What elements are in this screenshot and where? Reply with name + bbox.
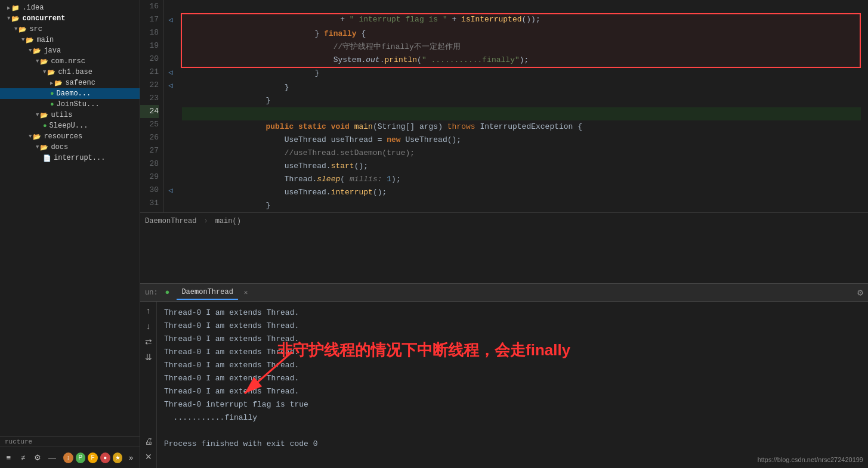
editor-gutter: ◁ ◁ ◁ ◁ xyxy=(164,0,177,212)
sidebar-item-concurrent[interactable]: ▼ 📂 concurrent xyxy=(0,13,140,24)
breadcrumb-main[interactable]: main() xyxy=(215,217,241,225)
file-icon: 📄 xyxy=(43,154,51,162)
folder-icon: 📂 xyxy=(54,79,63,87)
line-22: 22 xyxy=(140,79,159,92)
scroll-up-btn[interactable]: ↑ xyxy=(142,304,155,317)
line-23: 23 xyxy=(140,92,159,105)
line-18: 18 xyxy=(140,26,159,39)
sidebar-item-label: concurrent xyxy=(22,14,65,23)
line-25: 25 xyxy=(140,118,159,131)
run-label: un: xyxy=(145,289,158,297)
sidebar-item-label: .idea xyxy=(22,4,44,12)
sidebar-item-java[interactable]: ▼ 📂 java xyxy=(0,45,140,56)
sidebar-item-joinstudy[interactable]: ● JoinStu... xyxy=(0,99,140,110)
green-btn[interactable]: P xyxy=(76,452,86,463)
arrow-icon: ▼ xyxy=(29,134,32,140)
gear-icon[interactable]: ⚙ xyxy=(857,287,863,299)
run-tab-daemonthread[interactable]: DaemonThread xyxy=(177,286,237,300)
java-file-icon: ● xyxy=(43,122,47,129)
line-19: 19 xyxy=(140,39,159,52)
run-tab-icon: ● xyxy=(165,288,170,297)
gutter-18 xyxy=(164,26,177,39)
file-tree[interactable]: ▶ 📁 .idea ▼ 📂 concurrent ▼ 📂 src ▼ 📂 xyxy=(0,0,140,436)
scroll-down-btn[interactable]: ↓ xyxy=(142,320,155,333)
minus-button[interactable]: — xyxy=(46,451,58,464)
code-line-23 xyxy=(182,94,861,107)
output-line-4: Thread-0 I am extends Thread. xyxy=(164,359,861,372)
code-line-24: public static void main(String[] args) t… xyxy=(182,107,861,120)
line-numbers: 16 17 18 19 20 21 22 23 ▶ 24 25 26 xyxy=(140,0,164,212)
gutter-16 xyxy=(164,0,177,13)
print-btn[interactable]: 🖨 xyxy=(142,435,155,448)
yellow-btn[interactable]: F xyxy=(88,452,98,463)
line-16: 16 xyxy=(140,0,159,13)
java-file-icon: ● xyxy=(50,90,54,97)
line-26: 26 xyxy=(140,131,159,144)
wrap-btn[interactable]: ⇄ xyxy=(142,335,155,348)
sidebar-item-main[interactable]: ▼ 📂 main xyxy=(0,35,140,45)
output-line-5: Thread-0 I am extends Thread. xyxy=(164,372,861,385)
red-btn[interactable]: ● xyxy=(100,452,110,463)
folder-icon: 📂 xyxy=(26,36,34,44)
sidebar-item-label: Daemo... xyxy=(57,89,91,98)
sidebar-item-utils[interactable]: ▼ 📂 utils xyxy=(0,110,140,120)
breadcrumb-daemonthread[interactable]: DaemonThread xyxy=(145,217,196,225)
sidebar-item-resources[interactable]: ▼ 📂 resources xyxy=(0,131,140,142)
gutter-25 xyxy=(164,118,177,131)
more-button[interactable]: » xyxy=(125,451,137,464)
settings-button[interactable]: ⚙ xyxy=(32,451,44,464)
gutter-22: ◁ xyxy=(164,79,177,92)
sidebar-item-label: ch1.base xyxy=(58,68,92,76)
star-btn[interactable]: ★ xyxy=(113,452,123,463)
sidebar-item-label: src xyxy=(29,25,42,33)
gutter-20 xyxy=(164,52,177,66)
sidebar-item-sleepu[interactable]: ● SleepU... xyxy=(0,120,140,131)
sidebar-item-label: java xyxy=(44,47,61,55)
line-21: 21 xyxy=(140,66,159,79)
sidebar-item-label: resources xyxy=(44,132,82,141)
sort-button[interactable]: ≡ xyxy=(2,451,14,464)
code-text-area[interactable]: + " interrupt flag is " + isInterrupted(… xyxy=(177,0,861,212)
run-content: ↑ ↓ ⇄ ⇊ 🖨 ✕ Thread-0 I am extends Thread… xyxy=(140,302,868,468)
code-line-16: + " interrupt flag is " + isInterrupted(… xyxy=(182,0,861,13)
line-17: 17 xyxy=(140,13,159,26)
output-line-3: Thread-0 I am extends Thread. xyxy=(164,346,861,359)
orange-btn[interactable]: ↕ xyxy=(63,452,73,463)
breadcrumb-bar: DaemonThread › main() xyxy=(140,212,868,229)
editor-scrollbar[interactable] xyxy=(861,0,868,212)
output-line-empty xyxy=(164,424,861,438)
folder-icon: 📂 xyxy=(33,133,41,141)
sidebar-item-comnrsc[interactable]: ▼ 📂 com.nrsc xyxy=(0,56,140,67)
line-24: ▶ 24 xyxy=(140,105,159,118)
sidebar-item-interrupt[interactable]: 📄 interrupt... xyxy=(0,153,140,163)
line-30: 30 xyxy=(140,184,159,197)
output-line-6: Thread-0 I am extends Thread. xyxy=(164,385,861,398)
sidebar-item-label: com.nrsc xyxy=(51,57,85,66)
gutter-31 xyxy=(164,197,177,210)
sidebar-item-label: SleepU... xyxy=(50,122,88,130)
sidebar-item-docs[interactable]: ▼ 📂 docs xyxy=(0,142,140,153)
gutter-21: ◁ xyxy=(164,66,177,79)
collapse-button[interactable]: ≠ xyxy=(17,451,29,464)
sidebar-item-daemonthread[interactable]: ● Daemo... xyxy=(0,88,140,99)
output-line-2: Thread-0 I am extends Thread. xyxy=(164,333,861,346)
arrow-icon: ▼ xyxy=(14,26,17,32)
gutter-19 xyxy=(164,39,177,52)
close-tab-icon[interactable]: ✕ xyxy=(244,289,248,296)
line-27: 27 xyxy=(140,144,159,157)
run-panel-header: un: ● DaemonThread ✕ ⚙ xyxy=(140,284,868,302)
clear-btn[interactable]: ⇊ xyxy=(142,351,155,364)
url-label: https://blog.csdn.net/nrsc272420199 xyxy=(758,456,863,463)
sidebar-item-src[interactable]: ▼ 📂 src xyxy=(0,24,140,35)
sidebar-item-idea[interactable]: ▶ 📁 .idea xyxy=(0,2,140,13)
folder-icon: 📂 xyxy=(40,111,48,119)
close-btn[interactable]: ✕ xyxy=(142,450,155,463)
output-line-process: Process finished with exit code 0 xyxy=(164,438,861,451)
sidebar-item-safeenc[interactable]: ▶ 📂 safeenc xyxy=(0,78,140,88)
line-28: 28 xyxy=(140,157,159,171)
arrow-icon: ▼ xyxy=(29,48,32,54)
sidebar-item-label: interrupt... xyxy=(54,154,105,162)
run-output: Thread-0 I am extends Thread. Thread-0 I… xyxy=(157,302,868,468)
sidebar-toolbar: ≡ ≠ ⚙ — ↕ P F ● ★ » xyxy=(0,447,140,468)
sidebar-item-ch1base[interactable]: ▼ 📂 ch1.base xyxy=(0,67,140,78)
